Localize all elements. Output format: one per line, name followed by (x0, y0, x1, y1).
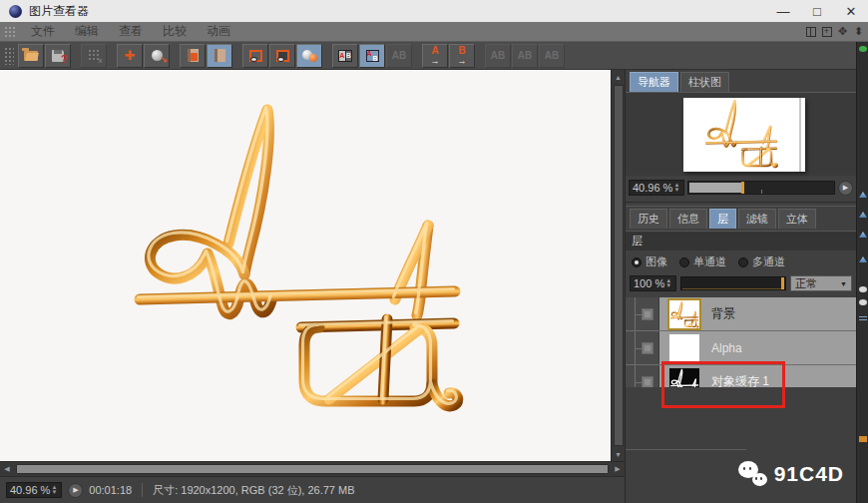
tab-filter[interactable]: 滤镜 (738, 209, 776, 229)
open-file-button[interactable] (18, 44, 44, 68)
edge-icon (859, 212, 867, 218)
scroll-left-icon[interactable]: ◀ (0, 465, 14, 473)
layer-row-alpha[interactable]: Alpha (626, 331, 856, 365)
radio-image-label: 图像 (646, 254, 667, 269)
layer-visibility-checkbox[interactable] (642, 342, 653, 354)
tab-navigator[interactable]: 导航器 (630, 72, 678, 92)
layer-name[interactable]: Alpha (711, 341, 742, 355)
edge-icon (859, 192, 867, 198)
rerender-button[interactable]: ↘ (144, 44, 170, 68)
watermark: 91C4D (738, 461, 844, 487)
split-panes-icon[interactable] (804, 25, 817, 38)
rendered-gold-wire-image (0, 70, 611, 461)
scroll-down-icon[interactable]: ▼ (615, 447, 622, 461)
scroll-up-icon[interactable]: ▲ (615, 70, 622, 84)
navigator-preview-area[interactable] (626, 92, 856, 176)
tab-layer[interactable]: 层 (709, 209, 736, 229)
menu-animate[interactable]: 动画 (197, 23, 240, 40)
minimize-button[interactable]: — (766, 0, 800, 22)
menu-bar: 文件 编辑 查看 比较 动画 + ✥ ⬍ (0, 22, 868, 42)
copy-b-to-a-button: AB (539, 44, 565, 68)
tab-stereo[interactable]: 立体 (778, 209, 816, 229)
maximize-button[interactable]: □ (800, 0, 834, 22)
menubar-grip-icon[interactable] (4, 26, 15, 38)
app-icon (9, 5, 22, 18)
navigator-tabs: 导航器 柱状图 (626, 70, 856, 92)
split-diagonal-button[interactable]: AB (359, 44, 385, 68)
move-arrows-icon: ✚ (125, 49, 136, 62)
blend-mode-dropdown[interactable]: 正常 ▼ (790, 275, 852, 291)
menu-view[interactable]: 查看 (109, 23, 153, 40)
image-b-eye-icon (276, 50, 289, 62)
radio-single-channel[interactable] (679, 257, 689, 267)
layer-section-header: 层 (626, 231, 856, 251)
zoom-spinner[interactable]: ▲▼ (672, 183, 680, 193)
layer-thumbnail-background[interactable] (669, 300, 699, 328)
close-button[interactable]: ✕ (834, 0, 868, 22)
layer-tabs: 历史 信息 层 滤镜 立体 (626, 207, 856, 229)
goto-b-button[interactable]: B→ (449, 44, 475, 68)
zoom-slider[interactable] (687, 181, 835, 195)
vertical-scrollbar[interactable]: ▲ ▼ (611, 70, 625, 461)
picture-viewer-window: 图片查看器 — □ ✕ 文件 编辑 查看 比较 动画 + ✥ ⬍ ? x ✚ ↘ (0, 0, 868, 503)
tab-history[interactable]: 历史 (630, 209, 667, 229)
save-image-button[interactable]: ? (45, 44, 71, 68)
goto-a-button[interactable]: A→ (422, 44, 448, 68)
opacity-slider[interactable] (680, 276, 786, 290)
split-vertical-button[interactable]: AB (332, 44, 358, 68)
opacity-row: 100 % ▲▼ 正常 ▼ (626, 273, 856, 297)
goto-a-icon: A→ (431, 46, 440, 66)
tab-histogram[interactable]: 柱状图 (680, 72, 729, 92)
layer-name[interactable]: 背景 (711, 305, 735, 322)
menu-file[interactable]: 文件 (21, 23, 65, 40)
pan-tool-button[interactable]: ✚ (117, 44, 143, 68)
edge-icon (859, 316, 867, 322)
opacity-value-field[interactable]: 100 % ▲▼ (630, 275, 676, 291)
horizontal-scroll-thumb[interactable] (16, 464, 609, 474)
window-title: 图片查看器 (29, 3, 89, 20)
ab-vertical-split-icon: AB (338, 50, 352, 62)
menu-edit[interactable]: 编辑 (65, 23, 109, 40)
resize-vertical-icon[interactable]: ⬍ (852, 25, 865, 38)
layer-visibility-checkbox[interactable] (642, 308, 653, 320)
compare-set-b-button[interactable] (269, 44, 295, 68)
status-image-info: 尺寸: 1920x1200, RGB (32 位), 26.77 MB (153, 483, 354, 498)
save-icon: ? (52, 50, 64, 62)
menu-compare[interactable]: 比较 (153, 23, 197, 40)
scroll-right-icon[interactable]: ▶ (611, 465, 625, 473)
status-zoom-spinner[interactable]: ▲▼ (50, 485, 58, 495)
nav-step-button[interactable]: ▶ (838, 181, 853, 196)
copy-a-to-b-button: AB (512, 44, 538, 68)
move-window-icon[interactable]: ✥ (836, 25, 849, 38)
zoom-slider-tick (761, 190, 762, 194)
grid-icon: x (88, 49, 101, 62)
radio-multi-channel[interactable] (738, 257, 748, 267)
tab-info[interactable]: 信息 (669, 209, 707, 229)
convert-image-button: x (81, 44, 107, 68)
toolbar: ? x ✚ ↘ AB AB AB A→ B→ AB AB AB (0, 42, 856, 70)
toolbar-grip-icon[interactable] (4, 47, 14, 65)
swap-ab-button: AB (485, 44, 511, 68)
vertical-scroll-thumb[interactable] (614, 85, 624, 446)
add-pane-icon[interactable]: + (820, 25, 833, 38)
compare-balls-icon (302, 50, 317, 62)
compare-mode-button[interactable] (296, 44, 322, 68)
zoom-slider-thumb[interactable] (689, 183, 741, 193)
image-canvas[interactable] (0, 70, 611, 461)
cache-list-button[interactable] (207, 44, 232, 68)
remove-from-cache-button[interactable] (180, 44, 206, 68)
layer-row-background[interactable]: 背景 (626, 297, 856, 331)
radio-image[interactable] (632, 257, 642, 267)
horizontal-scrollbar[interactable]: ◀ ▶ (0, 461, 625, 476)
play-button[interactable]: ▶ (68, 483, 83, 498)
zoom-value-field[interactable]: 40.96 % ▲▼ (629, 180, 684, 196)
navigator-thumbnail[interactable] (683, 98, 805, 172)
layer-thumbnail-alpha[interactable] (669, 334, 699, 362)
channel-radio-row: 图像 单通道 多通道 (626, 251, 856, 273)
status-bar: 40.96 % ▲▼ ▶ 00:01:18 尺寸: 1920x1200, RGB… (0, 476, 625, 503)
layer-visibility-checkbox[interactable] (642, 376, 653, 388)
opacity-spinner[interactable]: ▲▼ (664, 278, 672, 288)
compare-set-a-button[interactable] (242, 44, 268, 68)
status-zoom-field[interactable]: 40.96 % ▲▼ (6, 482, 62, 498)
ab-label-icon: AB (392, 51, 406, 61)
